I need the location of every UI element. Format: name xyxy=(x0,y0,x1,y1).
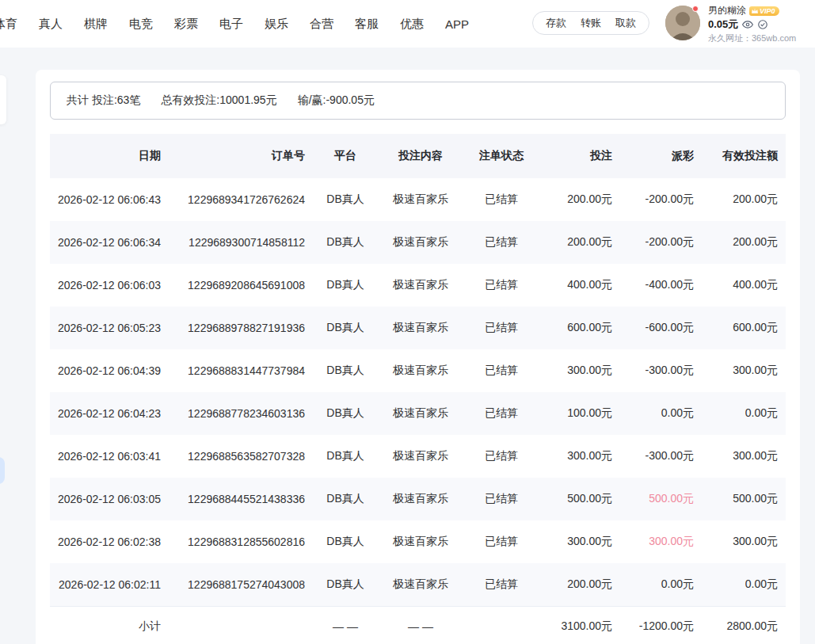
wallet-button-2[interactable]: 转账 xyxy=(581,16,601,30)
cell-platform: DB真人 xyxy=(313,435,378,478)
cell-content: 极速百家乐 xyxy=(378,307,463,349)
header-right-cluster: 存款转账取款 男的糊涂 VIP0 0.05元 xyxy=(532,0,815,48)
column-header-order: 订单号 xyxy=(169,134,313,178)
cell-order: 1229688978827191936 xyxy=(169,307,313,349)
wallet-button-group: 存款转账取款 xyxy=(532,11,649,35)
cell-date: 2026-02-12 06:04:23 xyxy=(50,392,169,435)
table-row: 2026-02-12 06:03:051229688445521438336DB… xyxy=(50,478,786,520)
cell-payout: 0.00元 xyxy=(620,392,702,435)
permanent-url-row: 永久网址：365wb.com xyxy=(708,32,815,44)
cell-content: 极速百家乐 xyxy=(378,178,463,221)
user-name-row: 男的糊涂 VIP0 xyxy=(708,5,815,17)
summary-total-valid: 总有效投注:10001.95元 xyxy=(161,93,276,108)
nav-item-1[interactable]: 体育 xyxy=(0,17,17,32)
cell-bet: 200.00元 xyxy=(539,563,620,606)
cell-date: 2026-02-12 06:04:39 xyxy=(50,349,169,392)
bet-table-body: 2026-02-12 06:06:431229689341726762624DB… xyxy=(50,178,786,644)
nav-item-5[interactable]: 彩票 xyxy=(174,17,198,32)
nav-item-7[interactable]: 娱乐 xyxy=(265,17,288,32)
cell-payout: -300.00元 xyxy=(620,435,702,478)
cell-valid: 300.00元 xyxy=(702,435,786,478)
table-row: 2026-02-12 06:06:341229689300714858112DB… xyxy=(50,221,786,264)
nav-item-6[interactable]: 电子 xyxy=(219,17,243,32)
nav-item-4[interactable]: 电竞 xyxy=(129,17,153,32)
cell-order: 1229689208645691008 xyxy=(169,264,313,307)
cell-bet: 300.00元 xyxy=(539,435,620,478)
cell-date: 2026-02-12 06:06:34 xyxy=(50,221,169,264)
cell-bet: 200.00元 xyxy=(539,221,620,264)
table-row: 2026-02-12 06:03:411229688563582707328DB… xyxy=(50,435,786,478)
cell-payout: 500.00元 xyxy=(620,478,702,520)
nav-item-3[interactable]: 棋牌 xyxy=(84,17,108,32)
cell-order xyxy=(169,606,313,644)
cell-valid: 2800.00元 xyxy=(702,606,786,644)
cell-status: 已结算 xyxy=(463,435,539,478)
cell-status: 已结算 xyxy=(463,349,539,392)
cell-payout: -300.00元 xyxy=(620,349,702,392)
top-navigation-bar: 体育真人棋牌电竞彩票电子娱乐合营客服优惠APP 存款转账取款 男的糊涂 VIP0 xyxy=(0,0,815,48)
wallet-button-3[interactable]: 取款 xyxy=(615,16,636,30)
table-header-row: 日期订单号平台投注内容注单状态投注派彩有效投注额 xyxy=(50,134,786,178)
cell-order: 1229688445521438336 xyxy=(169,478,313,520)
summary-total-count: 共计 投注:63笔 xyxy=(67,93,140,108)
cell-status: 已结算 xyxy=(463,478,539,520)
nav-item-11[interactable]: APP xyxy=(445,17,469,31)
cell-valid: 200.00元 xyxy=(702,178,786,221)
column-header-valid: 有效投注额 xyxy=(702,134,786,178)
nav-item-10[interactable]: 优惠 xyxy=(400,17,424,32)
table-footer-row: 小计— —— —3100.00元-1200.00元2800.00元 xyxy=(50,606,786,644)
permanent-url-label: 永久网址： xyxy=(708,33,752,43)
cell-valid: 500.00元 xyxy=(702,478,786,520)
cell-platform: DB真人 xyxy=(313,478,378,520)
cell-content: 极速百家乐 xyxy=(378,392,463,435)
cell-valid: 0.00元 xyxy=(702,563,786,606)
balance-amount: 0.05元 xyxy=(708,17,738,32)
cell-payout: -200.00元 xyxy=(620,221,702,264)
cell-date: 2026-02-12 06:06:03 xyxy=(50,264,169,307)
left-float-tab-fragment[interactable] xyxy=(0,457,5,484)
cell-order: 1229688175274043008 xyxy=(169,563,313,606)
wallet-button-1[interactable]: 存款 xyxy=(546,16,566,30)
bet-records-table: 日期订单号平台投注内容注单状态投注派彩有效投注额 2026-02-12 06:0… xyxy=(50,134,786,644)
permanent-url[interactable]: 365wb.com xyxy=(752,33,796,43)
cell-order: 1229688312855602816 xyxy=(169,520,313,563)
balance-row: 0.05元 xyxy=(708,18,815,30)
vip-badge: VIP0 xyxy=(749,6,779,16)
cell-date: 小计 xyxy=(50,606,169,644)
column-header-content: 投注内容 xyxy=(378,134,463,178)
cell-payout: 300.00元 xyxy=(620,520,702,563)
cell-bet: 300.00元 xyxy=(539,349,620,392)
nav-item-8[interactable]: 合营 xyxy=(310,17,333,32)
cell-bet: 3100.00元 xyxy=(539,606,620,644)
cell-bet: 200.00元 xyxy=(539,178,620,221)
cell-payout: -200.00元 xyxy=(620,178,702,221)
cell-order: 1229688778234603136 xyxy=(169,392,313,435)
cell-bet: 600.00元 xyxy=(539,307,620,349)
summary-bar: 共计 投注:63笔 总有效投注:10001.95元 输/赢:-900.05元 xyxy=(50,82,786,120)
cell-date: 2026-02-12 06:03:05 xyxy=(50,478,169,520)
nav-item-2[interactable]: 真人 xyxy=(39,17,63,32)
cell-status: 已结算 xyxy=(463,563,539,606)
nav-item-9[interactable]: 客服 xyxy=(355,17,379,32)
cell-platform: DB真人 xyxy=(313,520,378,563)
cell-platform: DB真人 xyxy=(313,178,378,221)
column-header-bet: 投注 xyxy=(539,134,620,178)
summary-win-lose: 输/赢:-900.05元 xyxy=(298,93,375,108)
column-header-date: 日期 xyxy=(50,134,169,178)
cell-payout: -400.00元 xyxy=(620,264,702,307)
refresh-balance-icon[interactable] xyxy=(757,19,768,30)
user-avatar-wrap xyxy=(665,6,700,40)
cell-platform: DB真人 xyxy=(313,264,378,307)
eye-icon[interactable] xyxy=(742,19,753,30)
table-row: 2026-02-12 06:04:231229688778234603136DB… xyxy=(50,392,786,435)
cell-content: 极速百家乐 xyxy=(378,264,463,307)
user-name: 男的糊涂 xyxy=(708,4,746,17)
cell-content: 极速百家乐 xyxy=(378,520,463,563)
notification-dot xyxy=(692,6,699,12)
cell-date: 2026-02-12 06:02:38 xyxy=(50,520,169,563)
cell-platform: — — xyxy=(313,606,378,644)
cell-valid: 400.00元 xyxy=(702,264,786,307)
bet-records-card: 共计 投注:63笔 总有效投注:10001.95元 输/赢:-900.05元 日… xyxy=(36,70,800,644)
cell-status: 已结算 xyxy=(463,221,539,264)
table-row: 2026-02-12 06:02:381229688312855602816DB… xyxy=(50,520,786,563)
